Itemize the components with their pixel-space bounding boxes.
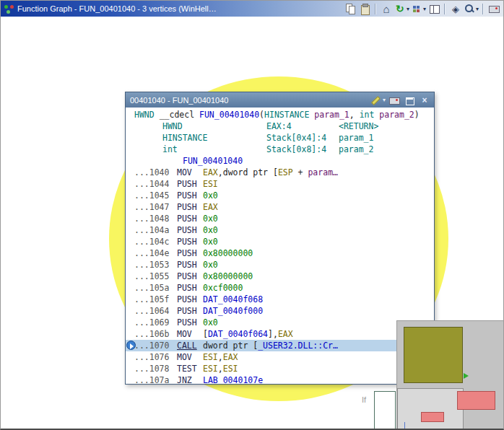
operands[interactable]: DAT_0040f000 bbox=[203, 305, 263, 317]
variable-row[interactable]: HWNDEAX:4<RETURN> bbox=[126, 120, 434, 132]
operands[interactable]: 0x0 bbox=[203, 224, 218, 236]
mnemonic[interactable]: PUSH bbox=[177, 247, 203, 259]
mnemonic[interactable]: PUSH bbox=[177, 305, 203, 317]
mnemonic[interactable]: PUSH bbox=[177, 271, 203, 282]
operands[interactable]: EAX bbox=[203, 201, 218, 213]
instruction-row[interactable]: ...105fPUSHDAT_0040f068 bbox=[126, 294, 434, 305]
satellite-vertex-exit[interactable] bbox=[421, 412, 444, 422]
mnemonic[interactable]: PUSH bbox=[177, 224, 203, 236]
instruction-row[interactable]: ...1069PUSH0x0 bbox=[126, 317, 434, 328]
address: ...1048 bbox=[134, 213, 177, 224]
operands[interactable]: 0x0 bbox=[203, 213, 218, 224]
satellite-view[interactable] bbox=[396, 320, 504, 430]
code-token: param_1 bbox=[339, 132, 373, 144]
satellite-lens[interactable] bbox=[397, 388, 464, 430]
instruction-row[interactable]: ...1078TESTESI,ESI bbox=[126, 363, 434, 374]
layout-chooser-icon-button[interactable]: ▾ bbox=[411, 2, 426, 15]
operands[interactable]: DAT_0040f068 bbox=[203, 294, 263, 305]
instruction-row[interactable]: ...1045PUSH0x0 bbox=[126, 190, 434, 201]
snapshot-icon-button[interactable] bbox=[487, 2, 500, 15]
code-token: __cdecl bbox=[160, 109, 199, 120]
variable-row[interactable]: HINSTANCEStack[0x4]:4param_1 bbox=[126, 132, 434, 144]
instruction-row[interactable]: ...104aPUSH0x0 bbox=[126, 224, 434, 236]
mnemonic[interactable]: TEST bbox=[177, 363, 203, 374]
instruction-row[interactable]: ...107aJNZLAB_0040107e bbox=[126, 374, 434, 384]
mnemonic[interactable]: PUSH bbox=[177, 294, 203, 305]
mnemonic[interactable]: MOV bbox=[177, 351, 203, 363]
operands[interactable]: ESI,EAX bbox=[203, 351, 238, 363]
navigate-icon-button[interactable]: ◈ bbox=[449, 2, 462, 15]
relayout-icon-button[interactable]: ↻▾ bbox=[394, 2, 409, 15]
disassembly-listing[interactable]: HWND __cdecl FUN_00401040(HINSTANCE para… bbox=[126, 108, 434, 384]
mnemonic[interactable]: PUSH bbox=[177, 190, 203, 201]
mnemonic[interactable]: PUSH bbox=[177, 201, 203, 213]
block-view-icon-button[interactable] bbox=[427, 2, 440, 15]
operands[interactable]: 0x80000000 bbox=[203, 271, 253, 282]
address: ...104e bbox=[134, 247, 177, 259]
snapshot-icon-button[interactable] bbox=[388, 94, 401, 107]
titlebar[interactable]: Function Graph - FUN_00401040 - 3 vertic… bbox=[1, 1, 503, 17]
instruction-row[interactable]: ...1076MOVESI,EAX bbox=[126, 351, 434, 363]
instruction-row[interactable]: ...1048PUSH0x0 bbox=[126, 213, 434, 224]
satellite-vertex-true-branch[interactable] bbox=[457, 391, 495, 410]
operands[interactable]: 0x0 bbox=[203, 259, 218, 271]
home-icon-button[interactable]: ⌂ bbox=[380, 2, 393, 15]
code-token: ESI bbox=[203, 364, 218, 374]
instruction-row[interactable]: ...1070CALLdword ptr [_USER32.DLL::Cr… bbox=[126, 340, 434, 351]
code-token: , bbox=[349, 109, 360, 120]
variable-row[interactable]: intStack[0x8]:4param_2 bbox=[126, 144, 434, 155]
copy-icon-button[interactable] bbox=[344, 2, 357, 15]
instruction-row[interactable]: ...1047PUSHEAX bbox=[126, 201, 434, 213]
restore-icon-button[interactable] bbox=[403, 94, 416, 107]
operands[interactable]: 0xcf0000 bbox=[203, 282, 243, 294]
function-signature[interactable]: HWND __cdecl FUN_00401040(HINSTANCE para… bbox=[126, 109, 434, 120]
instruction-row[interactable]: ...104cPUSH0x0 bbox=[126, 236, 434, 247]
mnemonic[interactable]: MOV bbox=[177, 167, 203, 178]
mnemonic[interactable]: MOV bbox=[177, 328, 203, 340]
instruction-row[interactable]: ...1044PUSHESI bbox=[126, 178, 434, 190]
function-label-row[interactable]: FUN_00401040 bbox=[126, 155, 434, 167]
function-graph-icon bbox=[4, 4, 14, 14]
satellite-vertex-current[interactable] bbox=[404, 327, 463, 383]
instruction-row[interactable]: ...105aPUSH0xcf0000 bbox=[126, 282, 434, 294]
edit-label-icon-button[interactable]: ▾ bbox=[370, 94, 386, 107]
instruction-row[interactable]: ...1064PUSHDAT_0040f000 bbox=[126, 305, 434, 317]
xor-icon-button[interactable]: × bbox=[418, 94, 431, 107]
operands[interactable]: ESI,ESI bbox=[203, 363, 238, 374]
snapshot-icon bbox=[488, 3, 500, 14]
mnemonic[interactable]: JNZ bbox=[177, 374, 203, 384]
magnifier-icon-button[interactable]: ▾ bbox=[464, 2, 479, 15]
address: ...107a bbox=[134, 374, 177, 384]
code-token: param_1 bbox=[314, 109, 349, 120]
operands[interactable]: 0x0 bbox=[203, 190, 218, 201]
instruction-row[interactable]: ...104ePUSH0x80000000 bbox=[126, 247, 434, 259]
operands[interactable]: LAB_0040107e bbox=[203, 374, 263, 384]
operands[interactable]: [DAT_0040f064],EAX bbox=[203, 328, 293, 340]
operands[interactable]: ESI bbox=[203, 178, 218, 190]
mnemonic[interactable]: PUSH bbox=[177, 259, 203, 271]
instruction-row[interactable]: ...1040MOVEAX,dword ptr [ESP + param… bbox=[126, 167, 434, 178]
snapshot-icon bbox=[388, 95, 400, 106]
code-token: + bbox=[293, 167, 308, 177]
instruction-row[interactable]: ...106bMOV[DAT_0040f064],EAX bbox=[126, 328, 434, 340]
mnemonic[interactable]: PUSH bbox=[177, 236, 203, 247]
operands[interactable]: 0x0 bbox=[203, 317, 218, 328]
operands[interactable]: dword ptr [_USER32.DLL::Cr… bbox=[203, 340, 338, 351]
address: ...1044 bbox=[134, 178, 177, 190]
cursor-arrow-icon bbox=[130, 343, 134, 349]
vertex-window-header[interactable]: 00401040 - FUN_00401040 ▾× bbox=[126, 92, 434, 108]
mnemonic[interactable]: PUSH bbox=[177, 213, 203, 224]
mnemonic[interactable]: PUSH bbox=[177, 178, 203, 190]
instruction-row[interactable]: ...1055PUSH0x80000000 bbox=[126, 271, 434, 282]
instruction-row[interactable]: ...1053PUSH0x0 bbox=[126, 259, 434, 271]
mnemonic[interactable]: PUSH bbox=[177, 282, 203, 294]
operands[interactable]: 0x0 bbox=[203, 236, 218, 247]
operands[interactable]: EAX,dword ptr [ESP + param… bbox=[203, 167, 338, 178]
dropdown-caret-icon: ▾ bbox=[423, 6, 426, 12]
mnemonic[interactable]: CALL bbox=[177, 340, 203, 351]
operands[interactable]: 0x80000000 bbox=[203, 247, 253, 259]
mnemonic[interactable]: PUSH bbox=[177, 317, 203, 328]
paste-icon-button[interactable] bbox=[358, 2, 371, 15]
relayout-icon: ↻ bbox=[394, 3, 406, 14]
vertex-listing-window[interactable]: 00401040 - FUN_00401040 ▾× HWND __cdecl … bbox=[125, 92, 435, 385]
